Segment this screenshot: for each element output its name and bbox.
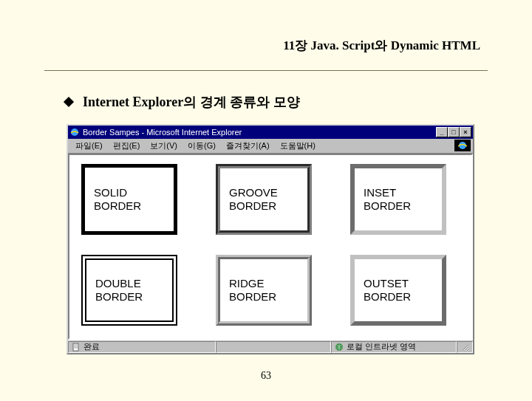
status-mid [216,341,331,353]
status-zone: 로컬 인트라넷 영역 [331,341,457,353]
bullet-icon [64,97,74,107]
content-area: SOLIDBORDER GROOVEBORDER INSETBORDER DOU… [68,154,473,340]
status-zone-text: 로컬 인트라넷 영역 [347,341,416,352]
window-title: Border Sampes - Microsoft Internet Explo… [83,128,433,137]
bullet-text: Internet Explorer의 경계 종류와 모양 [83,93,300,111]
border-sample-inset: INSETBORDER [350,164,446,235]
border-sample-ridge: RIDGEBORDER [216,255,312,326]
menu-view[interactable]: 보기(V) [150,140,177,151]
menubar: 파일(E) 편집(E) 보기(V) 이동(G) 즐겨찾기(A) 도움말(H) [68,139,473,154]
border-sample-groove: GROOVEBORDER [216,164,312,235]
divider [44,70,488,71]
statusbar: 완료 로컬 인트라넷 영역 [68,340,473,353]
minimize-button[interactable]: _ [436,127,448,137]
ie-throbber-icon [454,140,471,151]
menu-file[interactable]: 파일(E) [75,140,103,151]
browser-window: Border Sampes - Microsoft Internet Explo… [66,124,474,354]
titlebar: Border Sampes - Microsoft Internet Explo… [68,126,473,139]
slide: 11장 Java. Script와 Dynamic HTML Internet … [0,0,532,401]
menu-edit[interactable]: 편집(E) [113,140,140,151]
resize-grip[interactable] [457,341,473,353]
border-sample-outset: OUTSETBORDER [350,255,446,326]
close-button[interactable]: × [460,127,471,137]
maximize-button[interactable]: □ [448,127,460,137]
bullet-row: Internet Explorer의 경계 종류와 모양 [65,93,488,111]
page-number: 63 [0,370,532,382]
menu-help[interactable]: 도움말(H) [280,140,316,151]
ie-icon [69,127,80,137]
menu-favorites[interactable]: 즐겨찾기(A) [226,140,270,151]
document-icon [72,343,81,352]
grip-icon [460,343,469,352]
svg-rect-2 [73,343,78,351]
window-buttons: _ □ × [436,127,471,137]
status-left-text: 완료 [83,341,100,352]
border-sample-double: DOUBLEBORDER [81,255,177,326]
globe-icon [335,343,344,352]
status-left: 완료 [68,341,216,353]
chapter-heading: 11장 Java. Script와 Dynamic HTML [44,37,480,54]
border-sample-solid: SOLIDBORDER [81,164,177,235]
menu-go[interactable]: 이동(G) [188,140,216,151]
